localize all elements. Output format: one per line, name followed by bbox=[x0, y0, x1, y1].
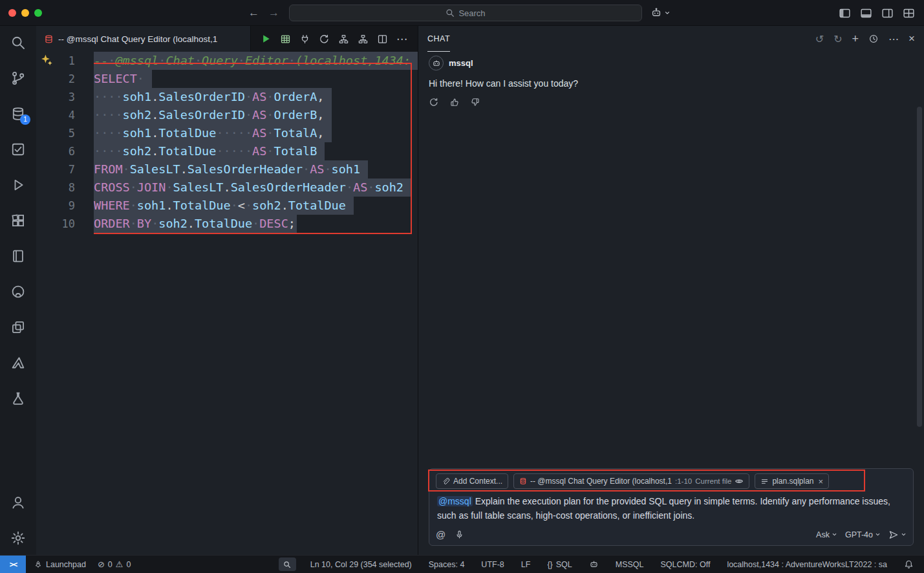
new-chat-button[interactable]: + bbox=[852, 32, 859, 46]
add-context-button[interactable]: Add Context... bbox=[436, 473, 508, 489]
mode-label: Ask bbox=[816, 530, 830, 539]
close-window-button[interactable] bbox=[8, 9, 16, 17]
encoding-item[interactable]: UTF-8 bbox=[478, 560, 506, 569]
search-icon bbox=[446, 8, 455, 17]
activity-sql-server[interactable]: 1 bbox=[10, 106, 26, 122]
disconnect-plug-button[interactable] bbox=[299, 34, 310, 45]
actual-plan-button[interactable] bbox=[358, 34, 369, 45]
cursor-position-item[interactable]: Ln 10, Col 29 (354 selected) bbox=[308, 560, 414, 569]
code-line[interactable]: SELECT· bbox=[94, 70, 418, 88]
editor-more-actions-button[interactable]: ⋯ bbox=[396, 32, 407, 46]
thumbs-up-button[interactable] bbox=[449, 97, 460, 107]
send-button[interactable] bbox=[888, 530, 899, 540]
context-file-status: Current file bbox=[695, 477, 731, 485]
mssql-item[interactable]: MSSQL bbox=[613, 560, 647, 569]
add-context-label: Add Context... bbox=[453, 477, 502, 486]
run-query-button[interactable] bbox=[260, 33, 272, 45]
activity-sql-projects[interactable] bbox=[10, 391, 26, 406]
regenerate-button[interactable] bbox=[429, 97, 439, 107]
mention-chip[interactable]: @mssql bbox=[437, 496, 473, 506]
remove-chip-icon[interactable]: × bbox=[819, 477, 824, 486]
code-line[interactable]: ORDER·BY·soh2.TotalDue·DESC; bbox=[94, 215, 418, 233]
activity-remote-explorer[interactable] bbox=[10, 319, 26, 335]
activity-run-debug[interactable] bbox=[10, 177, 26, 193]
toggle-panel-button[interactable] bbox=[860, 7, 872, 19]
sqlcmd-item[interactable]: SQLCMD: Off bbox=[658, 560, 713, 569]
connection-item[interactable]: localhost,1434 : AdventureWorksLT2022 : … bbox=[724, 560, 890, 569]
toggle-secondary-sidebar-button[interactable] bbox=[881, 7, 894, 19]
query-results-grid-button[interactable] bbox=[280, 34, 291, 45]
line-number: 4 bbox=[36, 106, 75, 124]
code-line[interactable]: WHERE·soh1.TotalDue·<·soh2.TotalDue bbox=[94, 197, 418, 215]
activity-github[interactable] bbox=[10, 284, 26, 299]
customize-layout-button[interactable] bbox=[903, 7, 915, 19]
chat-input-controls: @ Ask GPT-4o bbox=[436, 529, 907, 540]
code-line[interactable]: --·@mssql·Chat·Query·Editor·(localhost,1… bbox=[94, 52, 418, 70]
zoom-window-button[interactable] bbox=[34, 9, 42, 17]
mic-button[interactable] bbox=[455, 530, 464, 539]
activity-query-history[interactable] bbox=[10, 142, 26, 157]
indentation-item[interactable]: Spaces: 4 bbox=[426, 560, 467, 569]
attach-mention-button[interactable]: @ bbox=[436, 529, 446, 540]
chat-close-button[interactable]: × bbox=[908, 32, 915, 45]
settings-gear-button[interactable] bbox=[10, 530, 26, 546]
forward-button[interactable]: → bbox=[268, 6, 279, 19]
line-number: 8 bbox=[36, 178, 75, 197]
context-chip-sqlplan[interactable]: plan.sqlplan × bbox=[755, 473, 829, 489]
editor-code[interactable]: --·@mssql·Chat·Query·Editor·(localhost,1… bbox=[94, 52, 418, 555]
account-button[interactable] bbox=[10, 495, 26, 510]
chat-input[interactable]: @mssql Explain the execution plan for th… bbox=[437, 494, 905, 523]
braces-icon: {} bbox=[547, 560, 552, 569]
notifications-bell-icon[interactable] bbox=[901, 559, 916, 569]
chat-history-button[interactable] bbox=[868, 34, 879, 44]
estimated-plan-button[interactable] bbox=[338, 34, 349, 45]
launchpad-item[interactable]: Launchpad bbox=[31, 560, 89, 569]
mode-picker[interactable]: Ask bbox=[816, 530, 837, 539]
context-chip-current-file[interactable]: -- @mssql Chat Query Editor (localhost,1… bbox=[513, 473, 749, 489]
activity-notebooks[interactable] bbox=[10, 248, 26, 264]
tab-query-editor[interactable]: -- @mssql Chat Query Editor (localhost,1 bbox=[36, 26, 251, 52]
file-list-icon bbox=[760, 477, 769, 486]
copilot-icon bbox=[650, 7, 662, 19]
line-number: 6 bbox=[36, 142, 75, 160]
change-connection-button[interactable] bbox=[319, 34, 330, 45]
eol-item[interactable]: LF bbox=[519, 560, 533, 569]
code-line[interactable]: ····soh2.TotalDue·····AS·TotalB bbox=[94, 142, 418, 160]
copilot-sparkle-icon[interactable] bbox=[40, 54, 54, 67]
model-picker[interactable]: GPT-4o bbox=[845, 530, 881, 539]
copilot-menu[interactable] bbox=[650, 0, 671, 26]
activity-extensions[interactable] bbox=[10, 213, 26, 228]
editor[interactable]: 12345678910 --·@mssql·Chat·Query·Editor·… bbox=[36, 52, 418, 555]
problems-item[interactable]: ⊘ 0 ⚠ 0 bbox=[95, 559, 133, 569]
copilot-status-icon[interactable] bbox=[586, 559, 601, 569]
assistant-message: Hi there! How can I assist you today? bbox=[429, 78, 914, 89]
back-button[interactable]: ← bbox=[248, 6, 259, 19]
activity-source-control[interactable] bbox=[10, 70, 26, 86]
undo-icon[interactable]: ↺ bbox=[815, 33, 824, 45]
toggle-primary-sidebar-button[interactable] bbox=[839, 7, 851, 19]
code-line[interactable]: CROSS·JOIN·SalesLT.SalesOrderHeader·AS·s… bbox=[94, 178, 418, 197]
redo-icon[interactable]: ↻ bbox=[833, 33, 842, 45]
split-editor-button[interactable] bbox=[377, 34, 388, 45]
code-line[interactable]: ····soh1.TotalDue·····AS·TotalA, bbox=[94, 124, 418, 142]
minimize-window-button[interactable] bbox=[21, 9, 29, 17]
code-line[interactable]: ····soh1.SalesOrderID·AS·OrderA, bbox=[94, 88, 418, 106]
eye-icon[interactable] bbox=[735, 477, 744, 486]
screen-reader-zoom-item[interactable] bbox=[279, 557, 296, 571]
remote-indicator[interactable]: >< bbox=[0, 556, 26, 573]
thumbs-down-button[interactable] bbox=[470, 97, 480, 107]
tab-chat[interactable]: CHAT bbox=[427, 26, 450, 52]
code-line[interactable]: ····soh2.SalesOrderID·AS·OrderB, bbox=[94, 106, 418, 124]
context-chips-row: Add Context... -- @mssql Chat Query Edit… bbox=[436, 473, 907, 489]
assistant-name: mssql bbox=[449, 58, 473, 68]
chat-more-button[interactable]: ⋯ bbox=[888, 33, 899, 45]
command-center-search[interactable]: Search bbox=[289, 5, 642, 21]
code-line[interactable]: FROM·SalesLT.SalesOrderHeader·AS·soh1 bbox=[94, 160, 418, 178]
activity-search[interactable] bbox=[10, 35, 26, 50]
assistant-avatar bbox=[429, 56, 444, 70]
send-options-chevron[interactable] bbox=[901, 532, 907, 537]
language-mode-item[interactable]: {} SQL bbox=[544, 560, 574, 569]
database-icon bbox=[519, 477, 527, 485]
activity-azure[interactable] bbox=[10, 355, 26, 371]
chat-scrollbar[interactable] bbox=[917, 107, 922, 427]
